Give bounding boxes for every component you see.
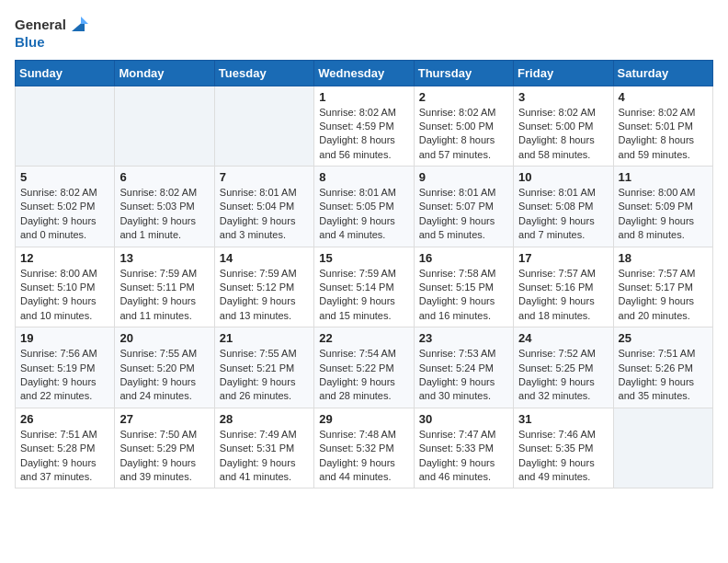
day-number: 18 bbox=[619, 251, 708, 265]
day-cell: 9Sunrise: 8:01 AM Sunset: 5:07 PM Daylig… bbox=[414, 167, 513, 247]
day-info: Sunrise: 8:02 AM Sunset: 5:02 PM Dayligh… bbox=[20, 186, 109, 243]
day-cell: 28Sunrise: 7:49 AM Sunset: 5:31 PM Dayli… bbox=[214, 408, 313, 488]
day-number: 21 bbox=[220, 331, 309, 345]
day-info: Sunrise: 7:56 AM Sunset: 5:19 PM Dayligh… bbox=[20, 347, 109, 404]
day-cell: 6Sunrise: 8:02 AM Sunset: 5:03 PM Daylig… bbox=[115, 167, 214, 247]
day-number: 1 bbox=[319, 90, 408, 104]
day-cell: 11Sunrise: 8:00 AM Sunset: 5:09 PM Dayli… bbox=[613, 167, 712, 247]
day-number: 25 bbox=[619, 331, 708, 345]
week-row-0: 1Sunrise: 8:02 AM Sunset: 4:59 PM Daylig… bbox=[16, 86, 713, 167]
day-cell: 21Sunrise: 7:55 AM Sunset: 5:21 PM Dayli… bbox=[214, 327, 313, 408]
day-cell: 1Sunrise: 8:02 AM Sunset: 4:59 PM Daylig… bbox=[314, 86, 414, 167]
week-row-4: 26Sunrise: 7:51 AM Sunset: 5:28 PM Dayli… bbox=[16, 408, 713, 488]
header: General Blue bbox=[15, 15, 713, 51]
day-cell: 30Sunrise: 7:47 AM Sunset: 5:33 PM Dayli… bbox=[414, 408, 513, 488]
day-info: Sunrise: 7:59 AM Sunset: 5:11 PM Dayligh… bbox=[119, 267, 209, 324]
day-info: Sunrise: 7:47 AM Sunset: 5:33 PM Dayligh… bbox=[419, 428, 508, 485]
day-cell: 7Sunrise: 8:01 AM Sunset: 5:04 PM Daylig… bbox=[214, 167, 313, 247]
day-number: 15 bbox=[319, 251, 408, 265]
day-info: Sunrise: 8:01 AM Sunset: 5:05 PM Dayligh… bbox=[319, 186, 408, 243]
day-info: Sunrise: 7:55 AM Sunset: 5:20 PM Dayligh… bbox=[119, 347, 209, 404]
day-info: Sunrise: 8:01 AM Sunset: 5:07 PM Dayligh… bbox=[419, 186, 508, 243]
day-info: Sunrise: 7:49 AM Sunset: 5:31 PM Dayligh… bbox=[220, 428, 309, 485]
day-info: Sunrise: 8:01 AM Sunset: 5:08 PM Dayligh… bbox=[518, 186, 608, 243]
day-info: Sunrise: 7:55 AM Sunset: 5:21 PM Dayligh… bbox=[220, 347, 309, 404]
weekday-header-thursday: Thursday bbox=[414, 60, 513, 86]
day-info: Sunrise: 7:54 AM Sunset: 5:22 PM Dayligh… bbox=[319, 347, 408, 404]
day-info: Sunrise: 8:02 AM Sunset: 5:00 PM Dayligh… bbox=[518, 106, 608, 163]
day-info: Sunrise: 8:01 AM Sunset: 5:04 PM Dayligh… bbox=[220, 186, 309, 243]
day-cell: 27Sunrise: 7:50 AM Sunset: 5:29 PM Dayli… bbox=[115, 408, 214, 488]
day-cell: 13Sunrise: 7:59 AM Sunset: 5:11 PM Dayli… bbox=[115, 247, 214, 327]
day-number: 13 bbox=[119, 251, 209, 265]
day-cell: 18Sunrise: 7:57 AM Sunset: 5:17 PM Dayli… bbox=[613, 247, 712, 327]
day-cell: 12Sunrise: 8:00 AM Sunset: 5:10 PM Dayli… bbox=[16, 247, 115, 327]
day-info: Sunrise: 7:52 AM Sunset: 5:25 PM Dayligh… bbox=[518, 347, 608, 404]
day-info: Sunrise: 8:02 AM Sunset: 5:00 PM Dayligh… bbox=[419, 106, 508, 163]
day-cell bbox=[613, 408, 712, 488]
day-info: Sunrise: 7:59 AM Sunset: 5:12 PM Dayligh… bbox=[220, 267, 309, 324]
day-cell: 5Sunrise: 8:02 AM Sunset: 5:02 PM Daylig… bbox=[16, 167, 115, 247]
day-number: 8 bbox=[319, 170, 408, 184]
logo: General Blue bbox=[15, 15, 88, 51]
day-cell: 3Sunrise: 8:02 AM Sunset: 5:00 PM Daylig… bbox=[514, 86, 613, 167]
day-cell: 2Sunrise: 8:02 AM Sunset: 5:00 PM Daylig… bbox=[414, 86, 513, 167]
day-cell: 23Sunrise: 7:53 AM Sunset: 5:24 PM Dayli… bbox=[414, 327, 513, 408]
svg-marker-1 bbox=[81, 17, 88, 24]
weekday-header-sunday: Sunday bbox=[16, 60, 115, 86]
day-info: Sunrise: 7:53 AM Sunset: 5:24 PM Dayligh… bbox=[419, 347, 508, 404]
logo-triangle-icon bbox=[68, 15, 88, 35]
day-number: 3 bbox=[518, 90, 608, 104]
day-info: Sunrise: 7:50 AM Sunset: 5:29 PM Dayligh… bbox=[119, 428, 209, 485]
day-info: Sunrise: 7:46 AM Sunset: 5:35 PM Dayligh… bbox=[518, 428, 608, 485]
day-number: 4 bbox=[619, 90, 708, 104]
day-number: 27 bbox=[119, 412, 209, 426]
day-info: Sunrise: 7:59 AM Sunset: 5:14 PM Dayligh… bbox=[319, 267, 408, 324]
day-info: Sunrise: 7:51 AM Sunset: 5:26 PM Dayligh… bbox=[619, 347, 708, 404]
day-number: 31 bbox=[518, 412, 608, 426]
day-number: 11 bbox=[619, 170, 708, 184]
day-number: 5 bbox=[20, 170, 109, 184]
day-number: 28 bbox=[220, 412, 309, 426]
day-info: Sunrise: 8:00 AM Sunset: 5:10 PM Dayligh… bbox=[20, 267, 109, 324]
day-number: 23 bbox=[419, 331, 508, 345]
day-cell: 8Sunrise: 8:01 AM Sunset: 5:05 PM Daylig… bbox=[314, 167, 414, 247]
day-cell: 22Sunrise: 7:54 AM Sunset: 5:22 PM Dayli… bbox=[314, 327, 414, 408]
week-row-1: 5Sunrise: 8:02 AM Sunset: 5:02 PM Daylig… bbox=[16, 167, 713, 247]
day-cell: 19Sunrise: 7:56 AM Sunset: 5:19 PM Dayli… bbox=[16, 327, 115, 408]
day-cell: 25Sunrise: 7:51 AM Sunset: 5:26 PM Dayli… bbox=[613, 327, 712, 408]
weekday-header-wednesday: Wednesday bbox=[314, 60, 414, 86]
day-cell: 4Sunrise: 8:02 AM Sunset: 5:01 PM Daylig… bbox=[613, 86, 712, 167]
day-cell bbox=[16, 86, 115, 167]
logo-blue-text: Blue bbox=[15, 35, 45, 51]
weekday-header-monday: Monday bbox=[115, 60, 214, 86]
day-cell: 20Sunrise: 7:55 AM Sunset: 5:20 PM Dayli… bbox=[115, 327, 214, 408]
week-row-3: 19Sunrise: 7:56 AM Sunset: 5:19 PM Dayli… bbox=[16, 327, 713, 408]
day-number: 7 bbox=[220, 170, 309, 184]
day-cell: 24Sunrise: 7:52 AM Sunset: 5:25 PM Dayli… bbox=[514, 327, 613, 408]
day-number: 9 bbox=[419, 170, 508, 184]
day-cell bbox=[214, 86, 313, 167]
day-number: 22 bbox=[319, 331, 408, 345]
day-number: 30 bbox=[419, 412, 508, 426]
weekday-header-row: SundayMondayTuesdayWednesdayThursdayFrid… bbox=[16, 60, 713, 86]
calendar: SundayMondayTuesdayWednesdayThursdayFrid… bbox=[15, 60, 713, 489]
day-cell: 16Sunrise: 7:58 AM Sunset: 5:15 PM Dayli… bbox=[414, 247, 513, 327]
day-cell: 17Sunrise: 7:57 AM Sunset: 5:16 PM Dayli… bbox=[514, 247, 613, 327]
day-info: Sunrise: 8:02 AM Sunset: 4:59 PM Dayligh… bbox=[319, 106, 408, 163]
day-info: Sunrise: 7:58 AM Sunset: 5:15 PM Dayligh… bbox=[419, 267, 508, 324]
day-info: Sunrise: 8:00 AM Sunset: 5:09 PM Dayligh… bbox=[619, 186, 708, 243]
day-number: 2 bbox=[419, 90, 508, 104]
day-cell: 14Sunrise: 7:59 AM Sunset: 5:12 PM Dayli… bbox=[214, 247, 313, 327]
day-cell: 29Sunrise: 7:48 AM Sunset: 5:32 PM Dayli… bbox=[314, 408, 414, 488]
day-info: Sunrise: 7:57 AM Sunset: 5:17 PM Dayligh… bbox=[619, 267, 708, 324]
day-number: 24 bbox=[518, 331, 608, 345]
week-row-2: 12Sunrise: 8:00 AM Sunset: 5:10 PM Dayli… bbox=[16, 247, 713, 327]
day-number: 10 bbox=[518, 170, 608, 184]
day-number: 20 bbox=[119, 331, 209, 345]
day-info: Sunrise: 8:02 AM Sunset: 5:03 PM Dayligh… bbox=[119, 186, 209, 243]
logo-general-text: General bbox=[15, 17, 66, 33]
day-cell: 10Sunrise: 8:01 AM Sunset: 5:08 PM Dayli… bbox=[514, 167, 613, 247]
day-cell bbox=[115, 86, 214, 167]
day-number: 12 bbox=[20, 251, 109, 265]
